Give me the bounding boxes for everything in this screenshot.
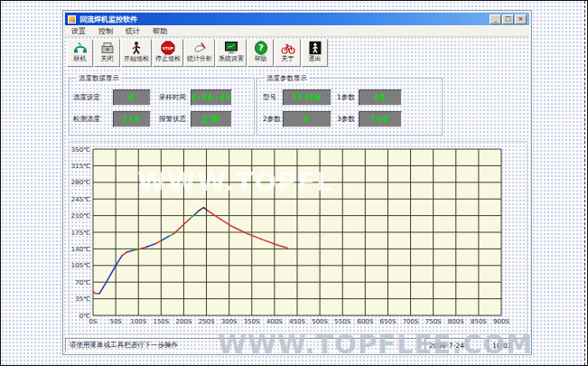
phone-close-icon [100,41,115,55]
svg-text:175℃: 175℃ [71,230,90,237]
svg-text:800S: 800S [448,318,464,325]
temperature-data-groupbox: 温度数据显示 温度设定 0 采样时间 4:06:45 检测温度 158 报警状态… [69,78,255,136]
window-title: 回流焊机监控软件 [79,14,489,24]
tool-label: 统计分析 [187,55,212,63]
app-icon [68,15,76,23]
svg-text:?: ? [258,42,264,52]
svg-text:50S: 50S [109,318,122,325]
svg-text:STOP: STOP [163,46,173,51]
groupbox-title: 温度数据显示 [77,74,121,82]
about-button[interactable]: 关于 [275,39,301,67]
param1-label: 1参数 [337,93,355,101]
svg-text:200S: 200S [176,318,192,325]
svg-text:100S: 100S [130,318,146,325]
model-label: 型号 [263,93,276,101]
desktop: 回流焊机监控软件 _ □ × 设置 控制 统计 帮助 联机 [0,0,588,366]
alarm-status-label: 报警状态 [159,115,186,123]
svg-text:350S: 350S [244,318,260,325]
stop-sign-icon: STOP [161,41,175,55]
svg-text:315℃: 315℃ [71,163,90,170]
tool-label: 停止巡检 [155,55,181,63]
alarm-status-display: 正常 [191,111,232,127]
minimize-button[interactable]: _ [490,14,501,24]
param1-display: 90 [359,89,402,106]
temp-setting-display: 0 [113,89,151,106]
svg-text:150S: 150S [153,318,169,325]
connect-button[interactable]: 联机 [67,39,93,67]
svg-text:500S: 500S [312,318,328,325]
exit-button[interactable]: 退出 [302,39,328,67]
param2-label: 2参数 [263,115,281,123]
app-window: 回流焊机监控软件 _ □ × 设置 控制 统计 帮助 联机 [62,10,532,355]
close-button[interactable]: × [515,14,527,24]
temperature-param-groupbox: 温度参数显示 型号 TF360 1参数 90 2参数 0 3参数 160 [257,78,443,136]
measured-temp-label: 检测温度 [73,115,100,123]
system-settings-button[interactable]: 系统设置 [216,39,247,67]
exit-icon [308,41,322,55]
svg-text:210℃: 210℃ [71,212,90,220]
svg-text:400S: 400S [266,318,283,325]
bicycle-icon [281,41,295,55]
svg-text:750S: 750S [425,318,442,325]
status-date: 2006-7-24 [425,338,486,352]
param3-label: 3参数 [337,115,355,123]
svg-text:280℃: 280℃ [71,179,90,186]
menubar: 设置 控制 统计 帮助 [65,26,529,37]
help-button[interactable]: ? 帮助 [247,39,274,67]
chart-panel: 0℃35℃70℃105℃140℃175℃210℃245℃280℃315℃350℃… [69,141,527,334]
svg-text:900S: 900S [493,318,509,325]
svg-text:0S: 0S [89,318,98,325]
menu-control[interactable]: 控制 [92,26,119,36]
monitor-icon [224,41,238,55]
tool-label: 关于 [282,55,294,63]
phone-connect-icon [73,41,88,55]
groupbox-title: 温度参数显示 [265,74,309,82]
tool-label: 系统设置 [219,55,244,63]
patrol-start-icon [129,41,144,55]
svg-text:250S: 250S [199,318,215,325]
disconnect-button[interactable]: 关闭 [94,39,120,67]
tool-label: 关闭 [101,55,114,63]
svg-text:105℃: 105℃ [71,262,90,269]
stats-analysis-button[interactable]: 统计分析 [184,39,215,67]
menu-help[interactable]: 帮助 [146,26,173,36]
svg-text:70℃: 70℃ [75,279,90,286]
svg-text:850S: 850S [471,318,487,325]
tool-label: 开始巡检 [124,55,149,63]
temp-setting-label: 温度设定 [73,93,100,101]
svg-text:350℃: 350℃ [71,146,90,154]
sample-time-label: 采样时间 [159,93,186,101]
hand-pen-icon [192,41,207,55]
measured-temp-display: 158 [113,111,151,127]
svg-text:550S: 550S [334,318,350,325]
start-patrol-button[interactable]: 开始巡检 [121,39,152,67]
svg-text:35℃: 35℃ [75,296,90,303]
stop-patrol-button[interactable]: STOP 停止巡检 [153,39,183,67]
svg-text:300S: 300S [221,318,238,325]
param2-display: 0 [283,111,331,127]
param3-display: 160 [359,111,402,127]
tool-label: 退出 [309,55,322,63]
status-message: 请使用菜单或工具栏进行下一步操作 [65,338,423,352]
statusbar: 请使用菜单或工具栏进行下一步操作 2006-7-24 10:02 [65,338,529,352]
screen-border [584,1,585,365]
tool-label: 帮助 [255,55,267,63]
status-time: 10:02 [488,338,529,352]
svg-text:650S: 650S [380,318,397,325]
menu-settings[interactable]: 设置 [65,26,92,36]
help-icon: ? [254,41,268,55]
toolbar: 联机 关闭 开始巡检 [65,38,529,68]
sample-time-display: 4:06:45 [191,89,232,106]
svg-text:245℃: 245℃ [71,196,90,203]
svg-text:450S: 450S [289,318,305,325]
temperature-chart: 0℃35℃70℃105℃140℃175℃210℃245℃280℃315℃350℃… [70,142,527,333]
menu-stats[interactable]: 统计 [119,26,146,36]
svg-text:600S: 600S [357,318,373,325]
tool-label: 联机 [74,55,87,63]
maximize-button[interactable]: □ [502,14,514,24]
model-display: TF360 [283,89,331,106]
svg-text:700S: 700S [403,318,419,325]
titlebar[interactable]: 回流焊机监控软件 _ □ × [65,13,529,25]
svg-text:140℃: 140℃ [71,246,90,253]
